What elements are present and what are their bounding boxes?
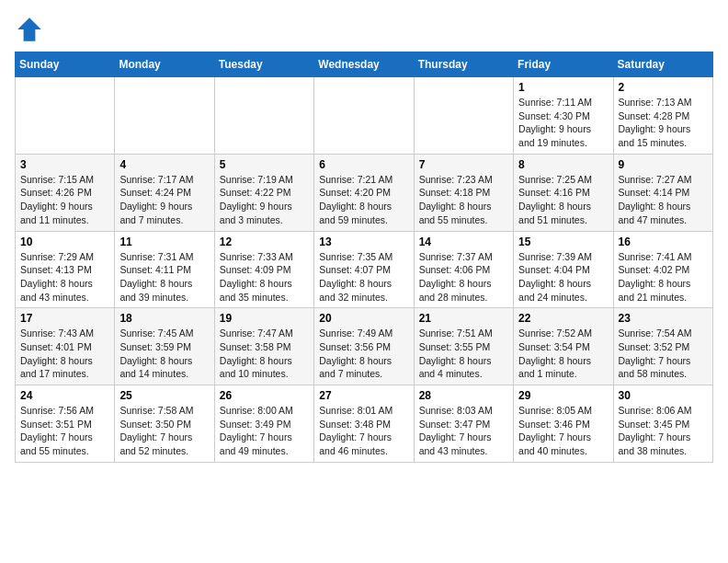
day-number: 14 <box>419 236 508 248</box>
day-number: 18 <box>119 312 209 325</box>
calendar-cell: 13Sunrise: 7:35 AM Sunset: 4:07 PM Dayli… <box>314 231 414 308</box>
day-info: Sunrise: 7:56 AM Sunset: 3:51 PM Dayligh… <box>20 404 109 458</box>
day-number: 29 <box>518 389 608 402</box>
day-number: 11 <box>119 236 209 248</box>
calendar-week-1: 1Sunrise: 7:11 AM Sunset: 4:30 PM Daylig… <box>16 77 713 155</box>
calendar-cell: 25Sunrise: 7:58 AM Sunset: 3:50 PM Dayli… <box>115 385 214 463</box>
day-info: Sunrise: 7:25 AM Sunset: 4:16 PM Dayligh… <box>518 173 608 227</box>
calendar-cell <box>314 77 414 155</box>
day-number: 2 <box>619 81 708 94</box>
calendar-cell: 28Sunrise: 8:03 AM Sunset: 3:47 PM Dayli… <box>414 385 513 463</box>
calendar-cell: 17Sunrise: 7:43 AM Sunset: 4:01 PM Dayli… <box>16 308 115 385</box>
calendar-cell: 18Sunrise: 7:45 AM Sunset: 3:59 PM Dayli… <box>115 308 214 385</box>
day-info: Sunrise: 7:29 AM Sunset: 4:13 PM Dayligh… <box>20 250 109 304</box>
calendar-cell <box>115 77 214 155</box>
calendar-cell <box>414 77 513 155</box>
day-number: 13 <box>319 236 408 248</box>
day-number: 25 <box>119 389 209 402</box>
day-number: 17 <box>20 312 109 325</box>
day-info: Sunrise: 7:17 AM Sunset: 4:24 PM Dayligh… <box>119 173 209 227</box>
calendar-cell: 3Sunrise: 7:15 AM Sunset: 4:26 PM Daylig… <box>16 154 115 231</box>
day-info: Sunrise: 8:01 AM Sunset: 3:48 PM Dayligh… <box>319 404 408 458</box>
header-cell-thursday: Thursday <box>414 52 513 77</box>
day-number: 10 <box>20 236 109 248</box>
calendar-cell <box>214 77 313 155</box>
day-info: Sunrise: 8:05 AM Sunset: 3:46 PM Dayligh… <box>518 404 608 458</box>
day-info: Sunrise: 7:37 AM Sunset: 4:06 PM Dayligh… <box>419 250 508 304</box>
header-cell-sunday: Sunday <box>16 52 115 77</box>
calendar-cell: 20Sunrise: 7:49 AM Sunset: 3:56 PM Dayli… <box>314 308 414 385</box>
calendar-cell: 2Sunrise: 7:13 AM Sunset: 4:28 PM Daylig… <box>613 77 712 155</box>
day-number: 28 <box>419 389 508 402</box>
day-number: 7 <box>419 158 508 171</box>
day-number: 30 <box>619 389 708 402</box>
calendar-week-3: 10Sunrise: 7:29 AM Sunset: 4:13 PM Dayli… <box>16 231 713 308</box>
day-info: Sunrise: 7:35 AM Sunset: 4:07 PM Dayligh… <box>319 250 408 304</box>
header-cell-tuesday: Tuesday <box>214 52 313 77</box>
calendar-cell: 5Sunrise: 7:19 AM Sunset: 4:22 PM Daylig… <box>214 154 313 231</box>
day-number: 24 <box>20 389 109 402</box>
day-number: 20 <box>319 312 408 325</box>
calendar-cell: 4Sunrise: 7:17 AM Sunset: 4:24 PM Daylig… <box>115 154 214 231</box>
day-number: 15 <box>518 236 608 248</box>
day-number: 5 <box>220 158 309 171</box>
logo-icon <box>15 15 44 44</box>
day-info: Sunrise: 7:15 AM Sunset: 4:26 PM Dayligh… <box>20 173 109 227</box>
calendar-week-2: 3Sunrise: 7:15 AM Sunset: 4:26 PM Daylig… <box>16 154 713 231</box>
header-cell-friday: Friday <box>514 52 613 77</box>
day-number: 4 <box>119 158 209 171</box>
calendar-body: 1Sunrise: 7:11 AM Sunset: 4:30 PM Daylig… <box>16 77 713 463</box>
calendar-cell: 6Sunrise: 7:21 AM Sunset: 4:20 PM Daylig… <box>314 154 414 231</box>
calendar-week-4: 17Sunrise: 7:43 AM Sunset: 4:01 PM Dayli… <box>16 308 713 385</box>
day-info: Sunrise: 7:45 AM Sunset: 3:59 PM Dayligh… <box>119 327 209 381</box>
calendar-header-row: SundayMondayTuesdayWednesdayThursdayFrid… <box>16 52 713 77</box>
day-number: 3 <box>20 158 109 171</box>
day-number: 21 <box>419 312 508 325</box>
calendar-cell: 8Sunrise: 7:25 AM Sunset: 4:16 PM Daylig… <box>514 154 613 231</box>
day-info: Sunrise: 7:21 AM Sunset: 4:20 PM Dayligh… <box>319 173 408 227</box>
calendar-cell <box>16 77 115 155</box>
calendar-cell: 10Sunrise: 7:29 AM Sunset: 4:13 PM Dayli… <box>16 231 115 308</box>
calendar-cell: 27Sunrise: 8:01 AM Sunset: 3:48 PM Dayli… <box>314 385 414 463</box>
day-info: Sunrise: 7:11 AM Sunset: 4:30 PM Dayligh… <box>518 96 608 150</box>
calendar-cell: 7Sunrise: 7:23 AM Sunset: 4:18 PM Daylig… <box>414 154 513 231</box>
calendar-cell: 19Sunrise: 7:47 AM Sunset: 3:58 PM Dayli… <box>214 308 313 385</box>
day-info: Sunrise: 7:31 AM Sunset: 4:11 PM Dayligh… <box>119 250 209 304</box>
day-info: Sunrise: 7:33 AM Sunset: 4:09 PM Dayligh… <box>220 250 309 304</box>
calendar-cell: 21Sunrise: 7:51 AM Sunset: 3:55 PM Dayli… <box>414 308 513 385</box>
day-number: 6 <box>319 158 408 171</box>
day-info: Sunrise: 7:13 AM Sunset: 4:28 PM Dayligh… <box>619 96 708 150</box>
calendar-cell: 24Sunrise: 7:56 AM Sunset: 3:51 PM Dayli… <box>16 385 115 463</box>
day-info: Sunrise: 8:06 AM Sunset: 3:45 PM Dayligh… <box>619 404 708 458</box>
calendar-cell: 29Sunrise: 8:05 AM Sunset: 3:46 PM Dayli… <box>514 385 613 463</box>
day-info: Sunrise: 7:47 AM Sunset: 3:58 PM Dayligh… <box>220 327 309 381</box>
calendar-cell: 12Sunrise: 7:33 AM Sunset: 4:09 PM Dayli… <box>214 231 313 308</box>
day-number: 8 <box>518 158 608 171</box>
day-info: Sunrise: 7:19 AM Sunset: 4:22 PM Dayligh… <box>220 173 309 227</box>
day-info: Sunrise: 8:03 AM Sunset: 3:47 PM Dayligh… <box>419 404 508 458</box>
svg-marker-0 <box>17 17 41 41</box>
calendar-cell: 26Sunrise: 8:00 AM Sunset: 3:49 PM Dayli… <box>214 385 313 463</box>
day-info: Sunrise: 7:23 AM Sunset: 4:18 PM Dayligh… <box>419 173 508 227</box>
day-info: Sunrise: 7:27 AM Sunset: 4:14 PM Dayligh… <box>619 173 708 227</box>
calendar-cell: 22Sunrise: 7:52 AM Sunset: 3:54 PM Dayli… <box>514 308 613 385</box>
calendar-cell: 23Sunrise: 7:54 AM Sunset: 3:52 PM Dayli… <box>613 308 712 385</box>
day-number: 19 <box>220 312 309 325</box>
day-number: 26 <box>220 389 309 402</box>
calendar-cell: 30Sunrise: 8:06 AM Sunset: 3:45 PM Dayli… <box>613 385 712 463</box>
header <box>15 15 713 44</box>
day-number: 23 <box>619 312 708 325</box>
day-info: Sunrise: 7:39 AM Sunset: 4:04 PM Dayligh… <box>518 250 608 304</box>
day-number: 1 <box>518 81 608 94</box>
day-number: 12 <box>220 236 309 248</box>
day-info: Sunrise: 7:49 AM Sunset: 3:56 PM Dayligh… <box>319 327 408 381</box>
calendar-table: SundayMondayTuesdayWednesdayThursdayFrid… <box>15 52 713 463</box>
header-cell-monday: Monday <box>115 52 214 77</box>
day-info: Sunrise: 7:51 AM Sunset: 3:55 PM Dayligh… <box>419 327 508 381</box>
calendar-cell: 11Sunrise: 7:31 AM Sunset: 4:11 PM Dayli… <box>115 231 214 308</box>
calendar-cell: 14Sunrise: 7:37 AM Sunset: 4:06 PM Dayli… <box>414 231 513 308</box>
day-info: Sunrise: 7:52 AM Sunset: 3:54 PM Dayligh… <box>518 327 608 381</box>
day-number: 9 <box>619 158 708 171</box>
day-number: 22 <box>518 312 608 325</box>
day-number: 27 <box>319 389 408 402</box>
